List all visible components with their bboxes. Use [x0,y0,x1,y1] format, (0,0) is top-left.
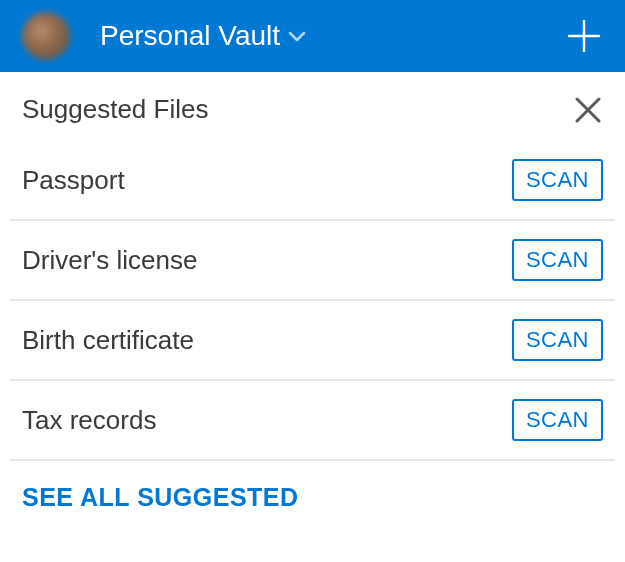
list-item-label: Passport [22,165,125,196]
scan-button[interactable]: SCAN [512,319,603,361]
scan-button[interactable]: SCAN [512,399,603,441]
see-all-suggested-link[interactable]: SEE ALL SUGGESTED [22,483,299,511]
app-header: Personal Vault [0,0,625,72]
list-item: Birth certificate SCAN [10,301,615,381]
page-title: Personal Vault [100,20,280,52]
avatar[interactable] [22,12,70,60]
list-item: Tax records SCAN [10,381,615,461]
close-suggestions-button[interactable] [573,95,603,125]
scan-button[interactable]: SCAN [512,159,603,201]
list-item: Driver's license SCAN [10,221,615,301]
list-item-label: Tax records [22,405,156,436]
scan-button[interactable]: SCAN [512,239,603,281]
see-all-container: SEE ALL SUGGESTED [0,461,625,534]
list-item-label: Birth certificate [22,325,194,356]
add-button[interactable] [565,17,603,55]
list-item-label: Driver's license [22,245,197,276]
section-title: Suggested Files [22,94,208,125]
suggested-files-list: Passport SCAN Driver's license SCAN Birt… [0,141,625,461]
list-item: Passport SCAN [10,141,615,221]
suggested-files-header: Suggested Files [0,72,625,141]
chevron-down-icon [288,30,306,42]
vault-selector[interactable]: Personal Vault [100,20,306,52]
